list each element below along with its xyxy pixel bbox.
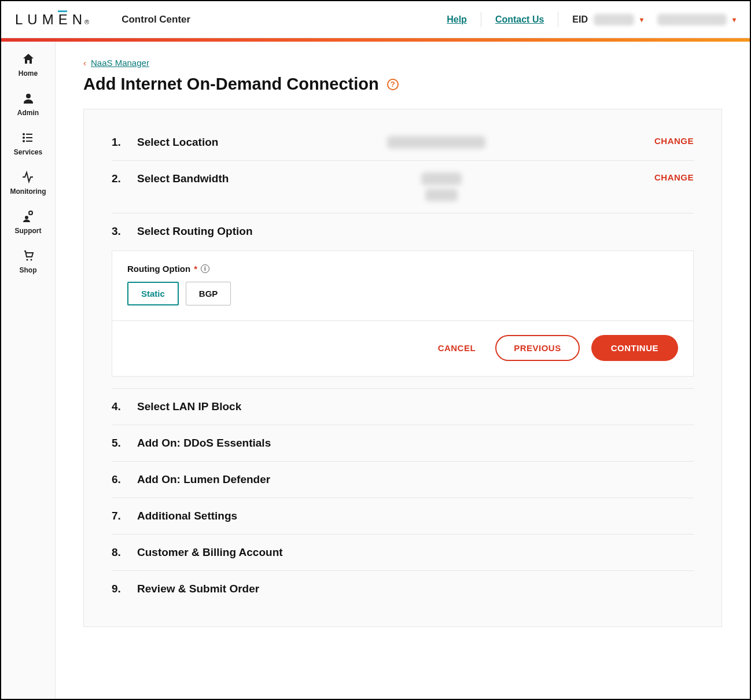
svg-point-8: [25, 216, 28, 219]
gear-user-icon: [21, 209, 35, 223]
step-7[interactable]: 7. Additional Settings: [112, 498, 694, 534]
chevron-left-icon: ‹: [83, 58, 86, 68]
step-number: 1.: [112, 136, 137, 149]
step-value-redacted: [421, 172, 462, 185]
step-number: 3.: [112, 225, 137, 238]
cart-icon: [21, 249, 35, 263]
svg-rect-2: [26, 134, 32, 135]
svg-point-9: [26, 259, 28, 261]
wizard-panel: 1. Select Location CHANGE 2. Select Band…: [83, 109, 722, 627]
change-button[interactable]: CHANGE: [654, 172, 694, 182]
eid-menu[interactable]: EID ▾: [572, 14, 643, 25]
step-1: 1. Select Location CHANGE: [112, 132, 694, 160]
svg-point-5: [23, 140, 25, 142]
user-icon: [21, 91, 35, 105]
step-2: 2. Select Bandwidth CHANGE: [112, 160, 694, 213]
sidebar-item-label: Support: [15, 227, 42, 235]
breadcrumb-parent-link[interactable]: NaaS Manager: [91, 58, 149, 68]
step-actions: CANCEL PREVIOUS CONTINUE: [112, 320, 693, 376]
chevron-down-icon: ▾: [732, 16, 736, 24]
step-title: Select Location: [137, 136, 218, 149]
svg-point-1: [23, 133, 25, 135]
sidebar: Home Admin Services Monitoring Support S…: [1, 42, 56, 699]
step-title: Review & Submit Order: [137, 583, 259, 595]
chevron-down-icon: ▾: [640, 16, 643, 24]
eid-label: EID: [572, 14, 588, 25]
previous-button[interactable]: PREVIOUS: [495, 335, 580, 361]
sidebar-item-support[interactable]: Support: [15, 209, 42, 235]
step-6[interactable]: 6. Add On: Lumen Defender: [112, 461, 694, 498]
main-content: ‹ NaaS Manager Add Internet On-Demand Co…: [56, 42, 750, 699]
header-right: Help Contact Us EID ▾ ▾: [447, 12, 736, 27]
svg-rect-4: [26, 137, 32, 138]
separator: [481, 12, 481, 27]
step-title: Select Routing Option: [137, 225, 253, 238]
header: LUMEN® Control Center Help Contact Us EI…: [1, 1, 750, 38]
step-value-redacted: [387, 136, 485, 149]
sidebar-item-label: Admin: [17, 109, 39, 117]
step-title: Select LAN IP Block: [137, 400, 241, 413]
help-icon[interactable]: ?: [387, 79, 399, 90]
step-title: Add On: Lumen Defender: [137, 473, 270, 486]
sidebar-item-home[interactable]: Home: [19, 52, 38, 78]
step-5[interactable]: 5. Add On: DDoS Essentials: [112, 425, 694, 461]
step-title: Select Bandwidth: [137, 172, 229, 185]
page-title: Add Internet On-Demand Connection: [83, 75, 379, 94]
routing-option-label: Routing Option * i: [127, 264, 678, 274]
step-8[interactable]: 8. Customer & Billing Account: [112, 534, 694, 570]
step-number: 9.: [112, 583, 137, 595]
step-number: 2.: [112, 172, 137, 185]
continue-button[interactable]: CONTINUE: [591, 335, 678, 361]
sidebar-item-label: Monitoring: [10, 187, 46, 196]
account-name-redacted: [657, 14, 727, 25]
step-number: 4.: [112, 400, 137, 413]
step-number: 8.: [112, 546, 137, 559]
list-icon: [21, 131, 35, 145]
svg-point-0: [26, 94, 31, 98]
cancel-button[interactable]: CANCEL: [430, 337, 484, 359]
eid-value-redacted: [594, 14, 634, 25]
help-link[interactable]: Help: [447, 14, 467, 25]
step-title: Customer & Billing Account: [137, 546, 283, 559]
change-button[interactable]: CHANGE: [654, 136, 694, 146]
svg-rect-6: [26, 141, 32, 142]
step-3-form: Routing Option * i Static BGP CANCEL PRE…: [112, 250, 694, 377]
step-title: Add On: DDoS Essentials: [137, 437, 271, 450]
sidebar-item-shop[interactable]: Shop: [20, 249, 37, 274]
activity-icon: [21, 170, 35, 184]
app-title: Control Center: [122, 14, 190, 25]
sidebar-item-admin[interactable]: Admin: [17, 91, 39, 117]
sidebar-item-services[interactable]: Services: [14, 131, 42, 156]
step-number: 7.: [112, 510, 137, 522]
separator: [558, 12, 558, 27]
required-indicator: *: [194, 264, 197, 274]
page-title-row: Add Internet On-Demand Connection ?: [83, 75, 722, 94]
sidebar-item-label: Home: [19, 69, 38, 78]
home-icon: [21, 52, 35, 66]
step-title: Additional Settings: [137, 510, 237, 522]
field-label-text: Routing Option: [127, 264, 190, 274]
contact-us-link[interactable]: Contact Us: [495, 14, 544, 25]
routing-option-static[interactable]: Static: [127, 282, 179, 305]
step-number: 5.: [112, 437, 137, 450]
sidebar-item-label: Services: [14, 148, 42, 156]
breadcrumb: ‹ NaaS Manager: [83, 58, 722, 68]
logo: LUMEN®: [15, 12, 89, 28]
step-number: 6.: [112, 473, 137, 486]
routing-option-bgp[interactable]: BGP: [186, 282, 231, 305]
account-menu[interactable]: ▾: [657, 14, 736, 25]
step-value-redacted: [425, 189, 458, 201]
svg-point-3: [23, 137, 25, 139]
step-4[interactable]: 4. Select LAN IP Block: [112, 388, 694, 425]
step-3: 3. Select Routing Option Routing Option …: [112, 213, 694, 388]
sidebar-item-monitoring[interactable]: Monitoring: [10, 170, 46, 196]
svg-point-10: [30, 259, 32, 261]
info-icon[interactable]: i: [201, 264, 209, 273]
step-9[interactable]: 9. Review & Submit Order: [112, 570, 694, 599]
routing-option-toggle: Static BGP: [127, 282, 678, 305]
sidebar-item-label: Shop: [20, 266, 37, 274]
